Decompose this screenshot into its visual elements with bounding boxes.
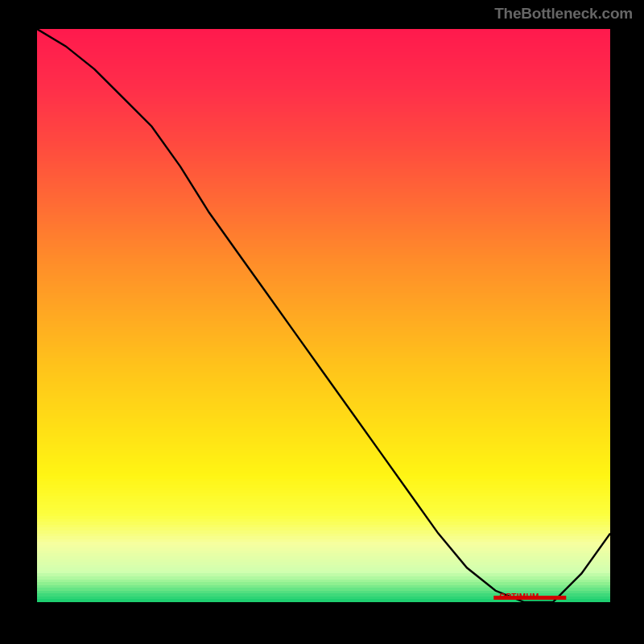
- bottleneck-curve: [37, 29, 610, 602]
- watermark-label: TheBottleneck.com: [494, 5, 633, 23]
- curve-layer: [37, 29, 610, 602]
- plot-area: OPTIMUM: [37, 29, 610, 602]
- chart-container: TheBottleneck.com OPTIMUM: [0, 0, 644, 644]
- optimum-label: OPTIMUM: [499, 592, 539, 601]
